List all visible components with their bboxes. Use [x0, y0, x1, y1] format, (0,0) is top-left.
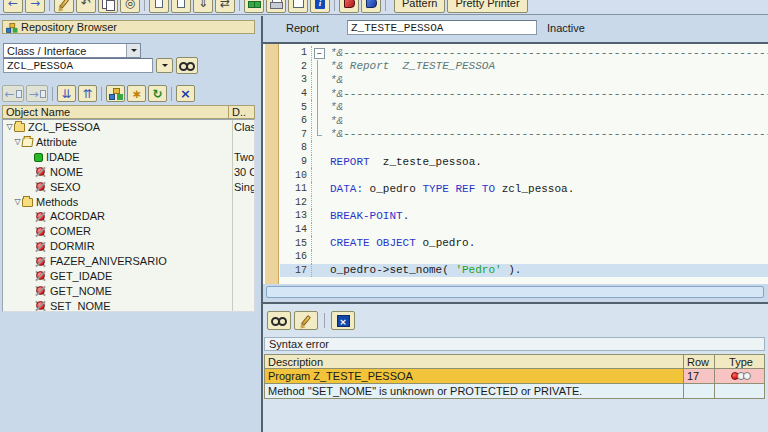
- tree-item-description: Sing: [234, 181, 255, 193]
- nav-back-button[interactable]: ←: [3, 0, 23, 13]
- info-button[interactable]: i: [310, 0, 330, 13]
- error-type-cell: [715, 369, 765, 384]
- object-name-dropdown-button[interactable]: [156, 58, 173, 73]
- private-member-icon: [34, 211, 47, 222]
- fold-start-icon[interactable]: [312, 46, 325, 60]
- favorites-button[interactable]: ∗: [127, 85, 146, 102]
- tree-row[interactable]: ACORDAR: [3, 209, 254, 224]
- collapse-all-button[interactable]: ⇈: [78, 85, 97, 102]
- report-name-field[interactable]: Z_TESTE_PESSOA: [347, 20, 537, 35]
- refresh-button[interactable]: ↻: [148, 85, 167, 102]
- tree-item-label: Methods: [36, 196, 78, 208]
- create-doc-button[interactable]: [149, 0, 169, 13]
- tree-row[interactable]: GET_IDADE: [3, 268, 254, 283]
- fold-column: [312, 223, 325, 237]
- line-number: 17: [280, 264, 312, 278]
- combobox-dropdown-button[interactable]: [126, 44, 140, 57]
- tree-row[interactable]: SEXOSing: [3, 179, 254, 194]
- tree-row[interactable]: GET_NOME: [3, 283, 254, 298]
- fold-column: [312, 264, 325, 278]
- hierarchy-button[interactable]: [106, 85, 125, 102]
- doc-wide-button[interactable]: [288, 0, 308, 13]
- expander-icon[interactable]: ▽: [13, 198, 22, 206]
- undo-button[interactable]: ↶: [76, 0, 96, 13]
- code-line: 16: [280, 250, 768, 264]
- expand-all-icon: ⇊: [61, 88, 71, 100]
- transport-icon: ⇄: [220, 0, 230, 9]
- doc-button[interactable]: [171, 0, 191, 13]
- line-number: 13: [280, 209, 312, 223]
- edit-pencil-button[interactable]: [294, 311, 318, 330]
- display-glasses-button[interactable]: [267, 311, 291, 330]
- fold-end-icon: [312, 128, 325, 142]
- column-header-row[interactable]: Row: [684, 354, 715, 369]
- tree-row[interactable]: COMER: [3, 224, 254, 239]
- panel-splitter[interactable]: [256, 16, 263, 432]
- tree-row[interactable]: ▽Methods: [3, 194, 254, 209]
- editor-breakpoint-margin[interactable]: [265, 44, 279, 284]
- close-square-button[interactable]: ×: [331, 311, 355, 330]
- tree-row[interactable]: DORMIR: [3, 239, 254, 254]
- expand-all-button[interactable]: ⇊: [57, 85, 76, 102]
- transport-button[interactable]: ⇄: [215, 0, 235, 13]
- save-small-button[interactable]: ⇓: [193, 0, 213, 13]
- tree-row[interactable]: SET_NOME: [3, 298, 254, 312]
- tree-row[interactable]: IDADETwo: [3, 150, 254, 165]
- report-status: Inactive: [547, 22, 585, 34]
- folder-open-icon: [21, 138, 33, 147]
- line-number: 7: [280, 128, 312, 142]
- print-button[interactable]: [266, 0, 286, 13]
- book-red-button[interactable]: [339, 0, 359, 13]
- close-button[interactable]: ×: [176, 85, 195, 102]
- error-table-row[interactable]: Program Z_TESTE_PESSOA17: [264, 369, 765, 384]
- tree-row[interactable]: ▽Attribute: [3, 135, 254, 150]
- toolbar-separator: [49, 0, 50, 11]
- code-text: o_pedro->set_nome( 'Pedro' ).: [325, 264, 768, 276]
- close-icon: ×: [180, 87, 191, 100]
- tree-row[interactable]: ▽ZCL_PESSOAClas: [3, 120, 254, 135]
- line-number: 16: [280, 250, 312, 264]
- object-name-input[interactable]: ZCL_PESSOA: [3, 58, 153, 73]
- folder-icon: [22, 198, 33, 207]
- collapse-all-icon: ⇈: [82, 88, 92, 100]
- history-back-button[interactable]: ←: [2, 85, 24, 102]
- edit-pencil-button[interactable]: [54, 0, 74, 13]
- code-text: BREAK-POINT.: [325, 210, 768, 222]
- fold-column: [312, 155, 325, 169]
- folder-icon: [14, 123, 25, 132]
- tree-row[interactable]: NOME30 C: [3, 165, 254, 180]
- column-header-description[interactable]: D..: [229, 105, 255, 119]
- line-number: 15: [280, 236, 312, 250]
- toolbar-separator: [101, 87, 102, 101]
- object-type-combobox[interactable]: Class / Interface: [3, 43, 141, 58]
- column-header-description[interactable]: Description: [264, 354, 684, 369]
- error-row-number-cell: [684, 384, 715, 399]
- chevron-down-icon: [131, 49, 137, 55]
- repository-browser-header: Repository Browser: [2, 20, 255, 34]
- history-forward-button[interactable]: →: [26, 85, 48, 102]
- column-header-type[interactable]: Type: [715, 354, 765, 369]
- abap-code-editor[interactable]: 1*&-------------------------------------…: [263, 42, 768, 284]
- book-blue-button[interactable]: [361, 0, 381, 13]
- column-header-object-name[interactable]: Object Name: [2, 105, 229, 119]
- tree-item-label: GET_NOME: [50, 285, 112, 297]
- target-button[interactable]: ◎: [120, 0, 140, 13]
- tree-item-label: COMER: [50, 225, 91, 237]
- display-object-button[interactable]: [176, 57, 198, 74]
- copy-button[interactable]: [98, 0, 118, 13]
- private-member-icon: [34, 181, 47, 192]
- nav-forward-button[interactable]: →: [25, 0, 45, 13]
- code-line: 4*&-------------------------------------…: [280, 87, 768, 101]
- blocks-button[interactable]: [244, 0, 264, 13]
- application-toolbar: ←→↶◎⇓⇄iPatternPretty Printer: [0, 0, 768, 15]
- code-line: 11DATA: o_pedro TYPE REF TO zcl_pessoa.: [280, 182, 768, 196]
- line-number: 10: [280, 168, 312, 182]
- error-table-row[interactable]: Method "SET_NOME" is unknown or PROTECTE…: [264, 384, 765, 399]
- expander-icon[interactable]: ▽: [5, 123, 14, 131]
- pretty-printer-button[interactable]: Pretty Printer: [447, 0, 527, 13]
- pattern-button[interactable]: Pattern: [394, 0, 445, 13]
- code-text: *&: [325, 101, 768, 113]
- object-tree[interactable]: ▽ZCL_PESSOAClas▽AttributeIDADETwoNOME30 …: [2, 119, 255, 312]
- code-line: 10: [280, 168, 768, 182]
- tree-row[interactable]: FAZER_ANIVERSARIO: [3, 254, 254, 269]
